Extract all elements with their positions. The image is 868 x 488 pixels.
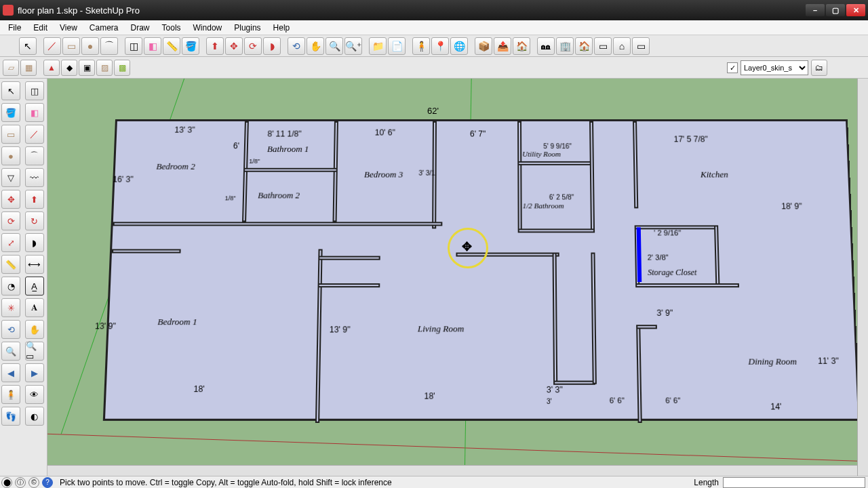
add-imagery-icon[interactable]: 📄	[388, 37, 406, 55]
pan-tool-icon[interactable]: ✋	[307, 37, 324, 55]
offset-tool-icon[interactable]: ◗	[263, 37, 281, 55]
viewport[interactable]: 62' 30'	[47, 79, 868, 476]
model-info-icon[interactable]: 🏘	[537, 37, 555, 55]
zoomwin-icon[interactable]: 🔍▭	[25, 342, 44, 361]
pan-icon[interactable]: ✋	[25, 320, 44, 339]
label-bathroom1: Bathroom 1	[267, 144, 309, 155]
stamp-icon[interactable]: ◆	[61, 60, 77, 76]
zoom-icon[interactable]: 🔍	[1, 342, 20, 361]
menu-file[interactable]: File	[3, 22, 26, 34]
window-title: floor plan 1.skp - SketchUp Pro	[18, 5, 806, 16]
sandbox-scratch-icon[interactable]: ▦	[20, 60, 37, 76]
scale-icon[interactable]: ⤢	[1, 233, 20, 252]
circle-tool-icon[interactable]: ●	[81, 37, 99, 55]
layer-visible-checkbox[interactable]: ✓	[727, 62, 738, 73]
smoove-icon[interactable]: ▲	[43, 60, 60, 76]
geo-location-icon[interactable]: ⬤	[1, 477, 12, 488]
make-component-icon[interactable]: ◫	[125, 37, 142, 55]
zoom-tool-icon[interactable]: 🔍	[326, 37, 343, 55]
dim: 6' 6"	[610, 396, 625, 404]
orbit-icon[interactable]: ⟲	[1, 320, 20, 339]
box3-icon[interactable]: ▭	[632, 37, 650, 55]
orbit-tool-icon[interactable]: ⟲	[288, 37, 305, 55]
look-around-icon[interactable]: 👁	[25, 385, 44, 404]
menu-edit[interactable]: Edit	[28, 22, 53, 34]
offset-icon[interactable]: ◗	[25, 233, 44, 252]
box2-icon[interactable]: ⌂	[613, 37, 631, 55]
box1-icon[interactable]: ▭	[594, 37, 612, 55]
walk-icon[interactable]: 👣	[1, 407, 20, 426]
paint-icon[interactable]: 🪣	[1, 103, 20, 122]
person-icon[interactable]: 🧍	[412, 37, 430, 55]
rect-icon[interactable]: ▭	[1, 125, 20, 144]
extension-icon[interactable]: 🏠	[513, 37, 530, 55]
select-icon[interactable]: ↖	[1, 81, 20, 100]
pin-icon[interactable]: 📍	[431, 37, 449, 55]
label-bedroom2: Bedroom 2	[156, 161, 195, 172]
minimize-button[interactable]: –	[806, 4, 825, 16]
menu-help[interactable]: Help	[268, 22, 296, 34]
line-icon[interactable]: ／	[25, 125, 44, 144]
selected-edge[interactable]	[637, 227, 642, 282]
vertical-scrollbar[interactable]	[857, 79, 868, 476]
push-pull-icon[interactable]: ⬆	[206, 37, 224, 55]
horizontal-scrollbar[interactable]	[47, 465, 857, 476]
get-location-icon[interactable]: 📁	[369, 37, 387, 55]
drape-icon[interactable]: ▣	[79, 60, 95, 76]
layer-manager-icon[interactable]: 🗂	[811, 60, 827, 76]
zoom-extents-icon[interactable]: 🔍⁺	[344, 37, 362, 55]
measurement-input[interactable]	[723, 477, 865, 488]
close-button[interactable]: ✕	[846, 4, 865, 16]
flip-edge-icon[interactable]: ▩	[114, 60, 130, 76]
menu-draw[interactable]: Draw	[125, 22, 155, 34]
menu-view[interactable]: View	[54, 22, 83, 34]
select-tool-icon[interactable]: ↖	[19, 37, 37, 55]
circle-icon[interactable]: ●	[1, 146, 20, 165]
followme-icon[interactable]: ↻	[25, 211, 44, 230]
position-camera-icon[interactable]: 🧍	[1, 385, 20, 404]
eraser-tool-icon[interactable]: ◧	[144, 37, 161, 55]
pushpull-icon[interactable]: ⬆	[25, 190, 44, 209]
paint-bucket-icon[interactable]: 🪣	[182, 37, 199, 55]
tape-icon[interactable]: 📏	[1, 255, 20, 274]
line-tool-icon[interactable]: ／	[43, 37, 61, 55]
tape-measure-icon[interactable]: 📏	[163, 37, 180, 55]
house-icon[interactable]: 🏠	[575, 37, 593, 55]
rotate-tool-icon[interactable]: ⟳	[244, 37, 262, 55]
warehouse-get-icon[interactable]: 📦	[475, 37, 492, 55]
arc-icon[interactable]: ⌒	[25, 146, 44, 165]
next-icon[interactable]: ▶	[25, 363, 44, 382]
arc-tool-icon[interactable]: ⌒	[100, 37, 118, 55]
help-icon[interactable]: ?	[42, 477, 53, 488]
sandbox-contours-icon[interactable]: ▱	[3, 60, 19, 76]
text-icon[interactable]: A̲	[25, 277, 44, 296]
component-icon[interactable]: ◫	[25, 81, 44, 100]
dimension-icon[interactable]: ⟷	[25, 255, 44, 274]
building-icon[interactable]: 🏢	[556, 37, 574, 55]
move-tool-icon[interactable]: ✥	[225, 37, 243, 55]
rectangle-tool-icon[interactable]: ▭	[62, 37, 80, 55]
eraser-icon[interactable]: ◧	[25, 103, 44, 122]
floor-plan[interactable]: Bedroom 2 Bathroom 1 Bathroom 2 Bedroom …	[103, 119, 860, 421]
warehouse-share-icon[interactable]: 📤	[494, 37, 511, 55]
menu-window[interactable]: Window	[188, 22, 228, 34]
menu-tools[interactable]: Tools	[157, 22, 186, 34]
claim-credit-icon[interactable]: ©	[28, 477, 39, 488]
3dtext-icon[interactable]: 𝐀	[25, 298, 44, 317]
polygon-icon[interactable]: ▽	[1, 168, 20, 187]
move-icon[interactable]: ✥	[1, 190, 20, 209]
freehand-icon[interactable]: 〰	[25, 168, 44, 187]
dim: 13' 9"	[95, 321, 116, 331]
credits-icon[interactable]: ⓘ	[15, 477, 26, 488]
layer-dropdown[interactable]: Layer0_skin_s	[741, 60, 808, 75]
axes-icon[interactable]: ✳	[1, 298, 20, 317]
menu-plugins[interactable]: Plugins	[229, 22, 266, 34]
globe-icon[interactable]: 🌐	[450, 37, 468, 55]
add-detail-icon[interactable]: ▨	[96, 60, 113, 76]
section-icon[interactable]: ◐	[25, 407, 44, 426]
menu-camera[interactable]: Camera	[84, 22, 124, 34]
maximize-button[interactable]: ▢	[826, 4, 845, 16]
protractor-icon[interactable]: ◔	[1, 277, 20, 296]
prev-icon[interactable]: ◀	[1, 363, 20, 382]
rotate-icon[interactable]: ⟳	[1, 211, 20, 230]
